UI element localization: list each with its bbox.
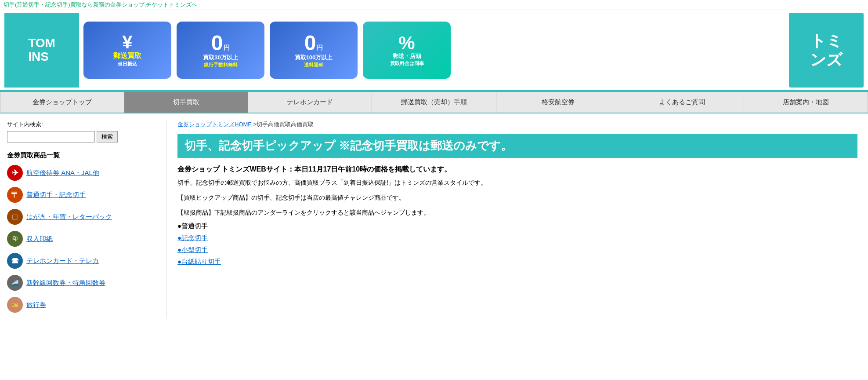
bullet-normal-stamp: ●普通切手 <box>177 222 857 230</box>
breadcrumb-separator: > <box>252 121 257 128</box>
badge-rate-title: 郵送・店頭 <box>393 52 421 60</box>
badge-bank-title: 買取30万以上 <box>203 54 238 62</box>
breadcrumb-home[interactable]: 金券ショップトミンズHOME <box>177 121 252 128</box>
badge-bank-fee: 0 円 買取30万以上 銀行手数料無料 <box>177 22 264 79</box>
badge-shipping-sub: 送料返却 <box>304 62 323 68</box>
nav-item-top[interactable]: 金券ショップトップ <box>0 92 124 113</box>
zero2-icon: 0 <box>304 33 316 54</box>
bullet-sheet-stamp: ●台紙貼り切手 <box>177 258 857 266</box>
main-nav: 金券ショップトップ 切手買取 テレホンカード 郵送買取（売却）手順 格安航空券 … <box>0 92 868 113</box>
content-area: サイト内検索: 検索 金券買取商品一覧 ✈ 航空優待券 ANA・JAL他 〒 普… <box>0 113 868 326</box>
small-stamp-link[interactable]: ●小型切手 <box>177 246 208 253</box>
stamp-link[interactable]: 普通切手・記念切手 <box>26 191 86 199</box>
revenue-stamp-link[interactable]: 収入印紙 <box>26 235 53 243</box>
nav-item-store[interactable]: 店舗案内・地図 <box>744 92 868 113</box>
phone-card-icon: ☎ <box>7 253 23 269</box>
revenue-stamp-icon: 印 <box>7 231 23 247</box>
product-list-title: 金券買取商品一覧 <box>7 151 159 160</box>
zero1-icon: 0 <box>211 33 223 54</box>
badge-postal-purchase: ¥ 郵送買取 当日振込 <box>83 22 171 79</box>
badge-bank-sub: 銀行手数料無料 <box>204 62 238 68</box>
date-notice: 金券ショップ トミンズWEBサイト：本日11月17日午前10時の価格を掲載してい… <box>177 165 857 174</box>
badge-rate: % 郵送・店頭 買取料金は同率 <box>363 22 451 79</box>
badge-shipping: 0 円 買取100万以上 送料返却 <box>270 22 358 79</box>
aviation-icon: ✈ <box>7 165 23 181</box>
search-row: 検索 <box>7 131 159 142</box>
travel-link[interactable]: 旅行券 <box>26 301 46 309</box>
breadcrumb-current: 切手高価買取高価買取 <box>257 121 314 128</box>
body-text-2: 【買取ピックアップ商品】の切手、記念切手は当店の最高値チャレンジ商品です。 <box>177 193 857 203</box>
commemorative-stamp-link[interactable]: ●記念切手 <box>177 234 208 241</box>
search-button[interactable]: 検索 <box>97 131 118 142</box>
list-item: ✈ 航空優待券 ANA・JAL他 <box>7 165 159 181</box>
badge-rate-sub: 買取料金は同率 <box>390 60 424 67</box>
percent-icon: % <box>398 34 415 52</box>
list-item: 〒 普通切手・記念切手 <box>7 187 159 203</box>
nav-item-faq[interactable]: よくあるご質問 <box>620 92 744 113</box>
badge-shipping-title: 買取100万以上 <box>295 54 333 62</box>
body-text-3: 【取扱商品】下記取扱商品のアンダーラインをクリックすると該当商品へジャンプします… <box>177 208 857 218</box>
shinkansen-link[interactable]: 新幹線回数券・特急回数券 <box>26 279 105 287</box>
list-item: ☎ テレホンカード・テレカ <box>7 253 159 269</box>
top-strip: 切手(普通切手・記念切手)買取なら新宿の金券ショップ,チケットトミンズへ <box>0 0 868 10</box>
zero2-unit: 円 <box>317 44 323 54</box>
sidebar: サイト内検索: 検索 金券買取商品一覧 ✈ 航空優待券 ANA・JAL他 〒 普… <box>0 121 167 319</box>
nav-item-mail-purchase[interactable]: 郵送買取（売却）手順 <box>372 92 496 113</box>
list-item: 🚄 新幹線回数券・特急回数券 <box>7 275 159 291</box>
yen-icon: ¥ <box>122 33 132 51</box>
top-strip-text: 切手(普通切手・記念切手)買取なら新宿の金券ショップ,チケットトミンズへ <box>4 1 197 8</box>
shinkansen-icon: 🚄 <box>7 275 23 291</box>
nav-item-stamps[interactable]: 切手買取 <box>124 92 248 113</box>
badge-postal-sub: 当日振込 <box>118 61 137 67</box>
zero1-unit: 円 <box>224 44 230 54</box>
header-badges: ¥ 郵送買取 当日振込 0 円 買取30万以上 銀行手数料無料 0 円 買取10… <box>83 22 785 79</box>
main-content: 金券ショップトミンズHOME >切手高価買取高価買取 切手、記念切手ピックアップ… <box>167 121 868 319</box>
sheet-stamp-link[interactable]: ●台紙貼り切手 <box>177 258 221 265</box>
list-item: 印 収入印紙 <box>7 231 159 247</box>
stamp-icon: 〒 <box>7 187 23 203</box>
product-list: ✈ 航空優待券 ANA・JAL他 〒 普通切手・記念切手 □ はがき・年賀・レタ… <box>7 165 159 313</box>
nav-item-flights[interactable]: 格安航空券 <box>496 92 620 113</box>
phone-card-link[interactable]: テレホンカード・テレカ <box>26 257 99 265</box>
page-heading: 切手、記念切手ピックアップ ※記念切手買取は郵送のみです。 <box>177 134 857 158</box>
search-label: サイト内検索: <box>7 121 159 128</box>
nav-item-phone-card[interactable]: テレホンカード <box>248 92 372 113</box>
aviation-link[interactable]: 航空優待券 ANA・JAL他 <box>26 169 99 177</box>
bullet-small-stamp: ●小型切手 <box>177 246 857 254</box>
list-item: □ はがき・年賀・レターパック <box>7 209 159 225</box>
badge-postal-title: 郵送買取 <box>113 51 141 61</box>
bullet-commemorative-stamp: ●記念切手 <box>177 234 857 242</box>
list-item: 🎫 旅行券 <box>7 297 159 313</box>
travel-icon: 🎫 <box>7 297 23 313</box>
postcard-icon: □ <box>7 209 23 225</box>
logo-en: TOMINS <box>4 13 79 88</box>
breadcrumb: 金券ショップトミンズHOME >切手高価買取高価買取 <box>177 121 857 128</box>
postcard-link[interactable]: はがき・年賀・レターパック <box>26 213 112 221</box>
search-input[interactable] <box>7 131 95 142</box>
logo-jp: トミンズ <box>789 13 864 88</box>
body-text-1: 切手、記念切手の郵送買取でお悩みの方、高価買取プラス「到着日振込保証!」はトミン… <box>177 178 857 188</box>
header: TOMINS ¥ 郵送買取 当日振込 0 円 買取30万以上 銀行手数料無料 0… <box>0 10 868 92</box>
